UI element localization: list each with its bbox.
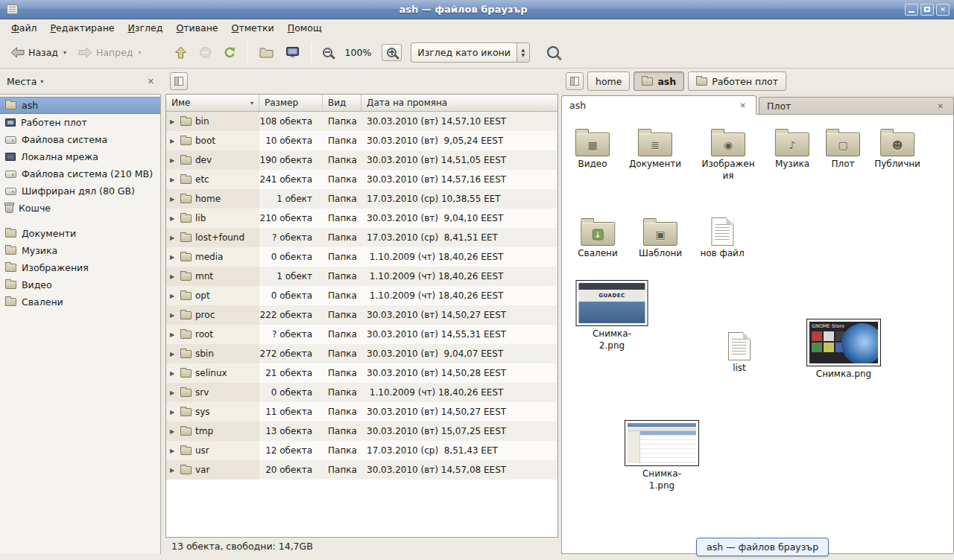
places-title[interactable]: Места xyxy=(7,76,37,87)
location-toggle-button[interactable] xyxy=(170,72,188,90)
pathbar-toggle-button[interactable] xyxy=(566,72,584,90)
file-row[interactable]: ▶tmp13 обектаПапка30.03.2010 (вт) 15,07,… xyxy=(166,421,557,441)
forward-history-dropdown-icon[interactable]: ▾ xyxy=(139,49,142,56)
places-item[interactable]: Документи xyxy=(0,225,160,242)
expander-icon[interactable]: ▶ xyxy=(170,215,177,222)
home-button[interactable] xyxy=(254,43,279,62)
column-header-date[interactable]: Дата на промяна xyxy=(361,95,557,111)
titlebar[interactable]: ash — файлов браузър ✕ xyxy=(0,0,954,19)
tab[interactable]: Плот✕ xyxy=(759,97,954,114)
expander-icon[interactable]: ▶ xyxy=(170,351,177,357)
menu-item[interactable]: Файл xyxy=(4,21,44,35)
pathbar-button[interactable]: home xyxy=(587,71,630,91)
file-row[interactable]: ▶bin108 обектаПапка30.03.2010 (вт) 14,57… xyxy=(166,112,557,131)
menu-item[interactable]: Отметки xyxy=(225,21,281,35)
column-header-name[interactable]: Име▾ xyxy=(166,95,259,111)
icon-item[interactable]: GUADECСнимка-2.png xyxy=(576,280,648,351)
icon-item[interactable]: ▣Шаблони xyxy=(639,216,682,260)
places-item[interactable]: Кошче xyxy=(0,200,160,217)
reload-button[interactable] xyxy=(218,42,241,63)
zoom-in-button[interactable] xyxy=(382,44,402,61)
tab[interactable]: ash✕ xyxy=(561,95,756,115)
expander-icon[interactable]: ▶ xyxy=(170,176,177,183)
menu-item[interactable]: Изглед xyxy=(121,21,170,35)
expander-icon[interactable]: ▶ xyxy=(170,409,177,416)
up-button[interactable] xyxy=(169,42,192,63)
search-button[interactable] xyxy=(542,42,564,62)
places-item[interactable]: Шифриран дял (80 GB) xyxy=(0,182,160,200)
maximize-button[interactable] xyxy=(920,4,934,16)
icon-item[interactable]: ▦Видео xyxy=(575,127,610,171)
file-row[interactable]: ▶etc241 обектаПапка30.03.2010 (вт) 14,57… xyxy=(166,170,557,189)
file-row[interactable]: ▶usr12 обектаПапка17.03.2010 (ср) 8,51,4… xyxy=(166,441,557,460)
back-history-dropdown-icon[interactable]: ▾ xyxy=(63,49,66,56)
expander-icon[interactable]: ▶ xyxy=(170,196,177,203)
places-item[interactable]: Музика xyxy=(0,242,160,259)
icon-item[interactable]: list xyxy=(728,331,751,375)
expander-icon[interactable]: ▶ xyxy=(170,254,177,261)
expander-icon[interactable]: ▶ xyxy=(170,389,177,396)
file-row[interactable]: ▶home1 обектПапка17.03.2010 (ср) 10,38,5… xyxy=(166,189,557,209)
file-row[interactable]: ▶root? обектаПапка30.03.2010 (вт) 14,55,… xyxy=(166,325,557,344)
expander-icon[interactable]: ▶ xyxy=(170,273,177,280)
forward-button[interactable]: Напред ▾ xyxy=(73,43,147,62)
file-row[interactable]: ▶sbin272 обектаПапка30.03.2010 (вт) 9,04… xyxy=(166,344,557,363)
expander-icon[interactable]: ▶ xyxy=(170,235,177,241)
places-dropdown-icon[interactable]: ▾ xyxy=(40,78,43,85)
menu-item[interactable]: Редактиране xyxy=(44,21,121,35)
places-item[interactable]: Видео xyxy=(0,276,160,293)
places-item[interactable]: Файлова система (210 MB) xyxy=(0,165,160,182)
file-row[interactable]: ▶srv0 обектаПапка 1.10.2009 (чт) 18,40,2… xyxy=(166,383,557,402)
file-row[interactable]: ▶media0 обектаПапка 1.10.2009 (чт) 18,40… xyxy=(166,247,557,267)
combo-spinner-icon[interactable]: ▲▼ xyxy=(517,43,529,62)
expander-icon[interactable]: ▶ xyxy=(170,138,177,144)
expander-icon[interactable]: ▶ xyxy=(170,370,177,377)
file-row[interactable]: ▶var20 обектаПапка30.03.2010 (вт) 14,57,… xyxy=(166,460,557,480)
file-row[interactable]: ▶sys11 обектаПапка30.03.2010 (вт) 14,50,… xyxy=(166,402,557,421)
icon-item[interactable]: ☻Публични xyxy=(874,127,920,171)
icon-item[interactable]: GNOME StoreСнимка.png xyxy=(806,319,881,381)
file-row[interactable]: ▶lib210 обектаПапка30.03.2010 (вт) 9,04,… xyxy=(166,209,557,228)
column-header-size[interactable]: Размер xyxy=(259,95,323,111)
icon-item[interactable]: ◉Изображения xyxy=(700,127,756,182)
expander-icon[interactable]: ▶ xyxy=(170,293,177,299)
stop-button[interactable] xyxy=(194,42,217,63)
file-row[interactable]: ▶mnt1 обектПапка 1.10.2009 (чт) 18,40,26… xyxy=(166,267,557,286)
tab-close-icon[interactable]: ✕ xyxy=(738,101,748,110)
expander-icon[interactable]: ▶ xyxy=(170,157,177,164)
expander-icon[interactable]: ▶ xyxy=(170,118,177,125)
pathbar-button[interactable]: Работен плот xyxy=(688,71,786,91)
expander-icon[interactable]: ▶ xyxy=(170,448,177,454)
icon-item[interactable]: Снимка-1.png xyxy=(625,420,699,491)
menu-item[interactable]: Отиване xyxy=(169,21,224,35)
minimize-button[interactable] xyxy=(905,4,918,16)
back-button[interactable]: Назад ▾ xyxy=(5,43,72,62)
expander-icon[interactable]: ▶ xyxy=(170,331,177,338)
file-row[interactable]: ▶selinux21 обектаПапка30.03.2010 (вт) 14… xyxy=(166,363,557,383)
file-row[interactable]: ▶proc222 обектаПапка30.03.2010 (вт) 14,5… xyxy=(166,305,557,325)
file-row[interactable]: ▶opt0 обектаПапка 1.10.2009 (чт) 18,40,2… xyxy=(166,286,557,305)
places-item[interactable]: Файлова система xyxy=(0,131,160,148)
file-row[interactable]: ▶lost+found? обектаПапка17.03.2010 (ср) … xyxy=(166,228,557,247)
places-item[interactable]: ash xyxy=(0,97,160,114)
close-button[interactable]: ✕ xyxy=(936,4,950,16)
expander-icon[interactable]: ▶ xyxy=(170,428,177,435)
places-close-icon[interactable]: ✕ xyxy=(148,77,154,86)
expander-icon[interactable]: ▶ xyxy=(170,467,177,474)
icon-item[interactable]: ▢Плот xyxy=(826,127,860,171)
places-item[interactable]: Локална мрежа xyxy=(0,148,160,165)
icon-item[interactable]: ↓Свалени xyxy=(578,216,618,260)
column-header-type[interactable]: Вид xyxy=(323,95,361,111)
file-row[interactable]: ▶dev190 обектаПапка30.03.2010 (вт) 14,51… xyxy=(166,150,557,170)
icon-item[interactable]: нов файл xyxy=(700,216,744,260)
places-item[interactable]: Свалени xyxy=(0,293,160,311)
places-item[interactable]: Изображения xyxy=(0,259,160,276)
view-mode-combo[interactable]: Изглед като икони ▲▼ xyxy=(411,42,530,63)
pathbar-button[interactable]: ash xyxy=(634,71,684,91)
icon-item[interactable]: ≣Документи xyxy=(629,127,681,171)
places-item[interactable]: Работен плот xyxy=(0,114,160,131)
tab-close-icon[interactable]: ✕ xyxy=(935,101,946,111)
zoom-out-button[interactable] xyxy=(318,44,338,61)
icon-item[interactable]: ♪Музика xyxy=(775,127,809,171)
expander-icon[interactable]: ▶ xyxy=(170,312,177,319)
